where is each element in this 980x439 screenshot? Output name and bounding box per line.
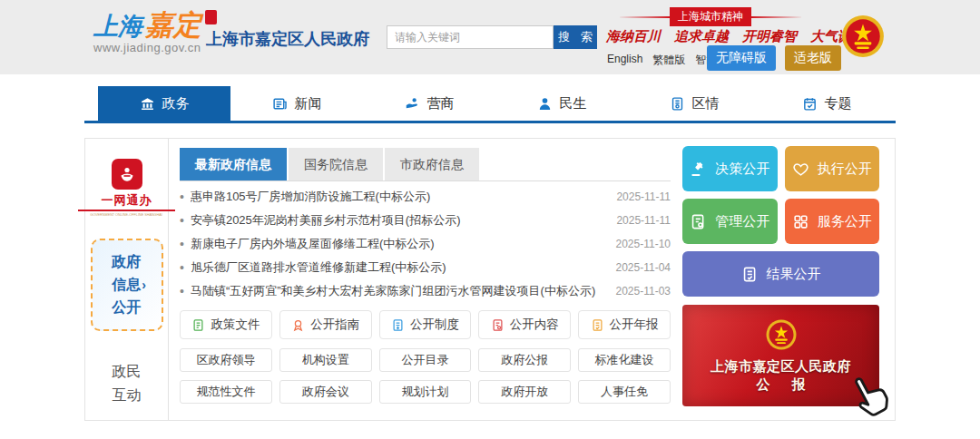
link-org-structure[interactable]: 机构设置 [279,348,372,372]
execution-open-button[interactable]: 执行公开 [785,146,880,191]
link-english[interactable]: English [607,53,642,68]
nav-tab-label: 营商 [427,95,455,112]
site-logo[interactable]: 上海 嘉定 www.jiading.gov.cn [93,10,217,54]
nav-tab-label: 区情 [692,95,720,112]
open-gov-buttons: 决策公开 执行公开 管理公开 服务公开 [682,146,879,297]
bullet-icon: • [180,284,184,298]
main-panel: 一网通办 GOVERNMENT ONLINE-OFFLINE SHANGHAI … [84,138,896,421]
link-open-catalog[interactable]: 公开目录 [379,348,472,372]
person-icon [537,96,553,112]
ribbon-badge: 上海城市精神 [670,7,751,26]
open-button-label: 结果公开 [767,266,821,283]
open-guide-button[interactable]: 公开指南 [279,310,372,339]
search-button[interactable]: 搜 索 [554,25,597,49]
list-item[interactable]: • 新康电子厂房内外墙及屋面修缮工程(中标公示) 2025-11-10 [180,232,671,256]
service-open-button[interactable]: 服务公开 [785,199,880,244]
news-date: 2025-11-11 [616,190,671,203]
elderly-version-button[interactable]: 适老版 [785,45,841,71]
tab-latest-gov-info[interactable]: 最新政府信息 [180,148,287,180]
link-personnel[interactable]: 人事任免 [578,380,671,404]
nav-tab-label: 新闻 [295,95,322,112]
tab-state-council-info[interactable]: 国务院信息 [289,148,383,180]
list-item[interactable]: • 马陆镇“五好两宜”和美乡村大宏村羌家陈家门组团污水管网建设项目(中标公示) … [180,279,671,303]
calendar-check-icon [802,96,818,112]
page-title: 上海市嘉定区人民政府 [206,28,369,50]
link-standardization[interactable]: 标准化建设 [578,348,671,372]
link-traditional[interactable]: 繁體版 [652,53,685,68]
open-button-label: 服务公开 [818,213,872,230]
nav-tab-business[interactable]: 营商 [363,86,495,121]
news-title: 惠申路105号厂房增加消防设施工程(中标公示) [191,189,605,205]
search-bar: 搜 索 [387,25,597,49]
list-item[interactable]: • 旭乐德厂区道路排水管道维修新建工程(中标公示) 2025-11-04 [180,256,671,279]
ewtb-logo[interactable]: 一网通办 GOVERNMENT ONLINE-OFFLINE SHANGHAI [78,159,174,217]
nav-tab-news[interactable]: 新闻 [230,86,363,121]
news-title: 旭乐德厂区道路排水管道维修新建工程(中标公示) [191,259,605,276]
sidebar-item-interaction[interactable]: 政民互动 [112,360,142,406]
ewtb-icon [112,159,142,190]
results-open-button[interactable]: 结果公开 [682,251,879,297]
link-gov-openness[interactable]: 政府开放 [478,380,571,404]
gazette-banner[interactable]: 上海市嘉定区人民政府 公 报 [682,305,879,406]
city-spirit-slogans: 海纳百川 追求卓越 开明睿智 大气谦和 [606,28,865,45]
link-gov-gazette[interactable]: 政府公报 [478,348,571,372]
management-open-button[interactable]: 管理公开 [682,199,778,244]
link-planning[interactable]: 规划计划 [379,380,472,404]
doc-plus-icon [391,318,405,332]
list-item[interactable]: • 安亭镇2025年泥岗村美丽乡村示范村项目(招标公示) 2025-11-11 [180,209,671,232]
chevron-right-icon: › [142,278,146,292]
primary-nav: 政务 新闻 营商 民生 区情 专题 [84,86,896,123]
newspaper-icon [272,96,288,112]
nav-tab-label: 专题 [825,95,852,112]
site-header: 上海 嘉定 www.jiading.gov.cn 上海市嘉定区人民政府 搜 索 … [0,0,980,74]
government-building-icon [140,96,155,112]
decision-open-button[interactable]: 决策公开 [682,146,778,191]
nav-tab-label: 政务 [162,95,190,112]
news-date: 2025-11-03 [616,285,671,298]
open-content-button[interactable]: 公开内容 [478,310,571,339]
nav-tab-topics[interactable]: 专题 [760,86,893,121]
open-button-label: 执行公开 [818,161,872,178]
news-title: 安亭镇2025年泥岗村美丽乡村示范村项目(招标公示) [191,212,605,229]
list-item[interactable]: • 惠申路105号厂房增加消防设施工程(中标公示) 2025-11-11 [180,185,671,209]
seal-icon [205,10,217,24]
sidebar: 一网通办 GOVERNMENT ONLINE-OFFLINE SHANGHAI … [85,139,169,420]
business-hand-icon [405,96,420,112]
link-gov-meetings[interactable]: 政府会议 [279,380,372,404]
banner-title: 上海市嘉定区人民政府 [710,358,851,376]
content-column: 最新政府信息 国务院信息 市政府信息 • 惠申路105号厂房增加消防设施工程(中… [169,139,682,420]
nav-tab-livelihood[interactable]: 民生 [495,86,628,121]
tab-city-gov-info[interactable]: 市政府信息 [385,148,479,180]
sidebar-item-info-open[interactable]: 政府信息公开 › [91,239,163,331]
bullet-icon: • [180,260,184,275]
district-doc-icon [670,96,685,112]
gavel-icon [690,161,707,178]
open-rules-button[interactable]: 公开制度 [379,310,472,339]
news-date: 2025-11-04 [616,261,671,274]
heart-icon [792,161,809,178]
link-district-leaders[interactable]: 区政府领导 [180,348,272,372]
annual-report-button[interactable]: 公开年报 [578,310,671,339]
gov-links-grid: 区政府领导 机构设置 公开目录 政府公报 标准化建设 规范性文件 政府会议 规划… [180,348,671,404]
doc-star-icon [191,318,205,332]
banner-subtitle: 公 报 [747,376,814,394]
policy-files-button[interactable]: 政策文件 [180,310,272,339]
news-title: 新康电子厂房内外墙及屋面修缮工程(中标公示) [191,236,605,252]
slogan: 海纳百川 [606,28,661,45]
link-normative-docs[interactable]: 规范性文件 [180,380,272,404]
slogan: 追求卓越 [674,28,729,45]
open-button-label: 决策公开 [715,161,769,178]
site-url: www.jiading.gov.cn [93,41,217,54]
doc-gear-icon [690,213,707,230]
logo-text-jiading: 嘉定 [145,11,201,39]
search-input[interactable] [387,25,554,49]
nav-tab-government[interactable]: 政务 [98,86,230,121]
accessibility-button[interactable]: 无障碍版 [707,45,776,71]
quick-link-label: 公开年报 [610,317,659,333]
info-tabs: 最新政府信息 国务院信息 市政府信息 [180,148,671,181]
quick-link-label: 公开制度 [410,317,459,333]
nav-tab-label: 民生 [560,95,587,112]
quick-link-label: 公开内容 [510,317,559,333]
nav-tab-district[interactable]: 区情 [628,86,760,121]
national-emblem-icon [765,317,798,356]
